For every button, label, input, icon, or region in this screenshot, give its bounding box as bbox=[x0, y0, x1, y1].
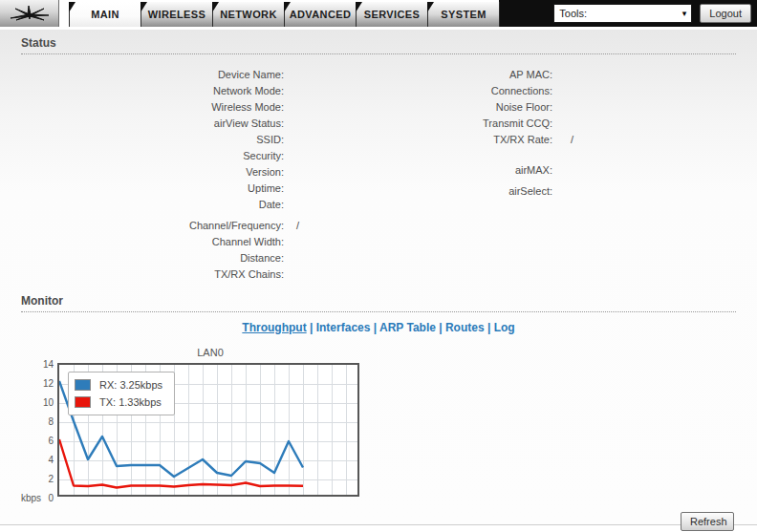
y-axis-tick: 14 bbox=[43, 359, 54, 370]
tab-label: SYSTEM bbox=[441, 9, 487, 20]
legend-swatch-tx bbox=[75, 396, 91, 408]
status-row: Date: bbox=[21, 197, 354, 213]
status-label: Distance: bbox=[21, 250, 284, 266]
tab-label: MAIN bbox=[91, 9, 119, 20]
status-row: SSID: bbox=[21, 132, 354, 148]
status-row: Channel Width: bbox=[21, 234, 354, 250]
status-label: Channel/Frequency: bbox=[21, 218, 284, 234]
legend-label: RX: 3.25kbps bbox=[99, 379, 162, 391]
status-label: Network Mode: bbox=[21, 83, 284, 99]
status-label: Device Name: bbox=[21, 67, 284, 83]
monitor-link-arp-table[interactable]: ARP Table bbox=[379, 321, 436, 334]
header-right-bar: Tools: ▾ Logout bbox=[499, 0, 757, 27]
status-row: Network Mode: bbox=[21, 83, 354, 99]
tab-network[interactable]: NETWORK bbox=[212, 2, 285, 27]
y-axis-tick: 10 bbox=[43, 397, 54, 408]
status-label: Wireless Mode: bbox=[21, 99, 284, 116]
logout-button[interactable]: Logout bbox=[700, 4, 751, 23]
link-separator: | bbox=[436, 321, 445, 334]
status-row: Security: bbox=[21, 148, 354, 164]
dropdown-arrow-icon: ▾ bbox=[682, 9, 687, 18]
status-label: AP MAC: bbox=[354, 67, 552, 83]
tab-services[interactable]: SERVICES bbox=[356, 2, 428, 27]
y-axis-tick: 8 bbox=[48, 416, 54, 427]
status-row: AP MAC: bbox=[354, 67, 736, 83]
tab-label: WIRELESS bbox=[148, 9, 206, 20]
monitor-link-throughput[interactable]: Throughput bbox=[242, 321, 306, 334]
status-row: Transmit CCQ: bbox=[354, 116, 736, 132]
status-label: Version: bbox=[21, 164, 284, 181]
status-row: Version: bbox=[21, 164, 354, 181]
status-label: airView Status: bbox=[21, 116, 284, 132]
chart-legend: RX: 3.25kbpsTX: 1.33kbps bbox=[68, 372, 175, 415]
status-label: SSID: bbox=[21, 132, 284, 148]
ubiquiti-antenna-icon bbox=[9, 4, 51, 23]
monitor-section-title: Monitor bbox=[21, 294, 736, 312]
status-right-column: AP MAC:Connections:Noise Floor:Transmit … bbox=[354, 67, 736, 283]
status-row: airSelect: bbox=[354, 183, 736, 200]
status-row: TX/RX Chains: bbox=[21, 266, 354, 283]
y-axis-unit-label: kbps bbox=[21, 493, 41, 503]
link-separator: | bbox=[370, 321, 379, 334]
main-tabs: MAINWIRELESSNETWORKADVANCEDSERVICESSYSTE… bbox=[69, 2, 499, 27]
tab-label: ADVANCED bbox=[290, 9, 352, 20]
brand-tab[interactable] bbox=[0, 0, 59, 27]
status-label: Connections: bbox=[354, 83, 552, 99]
monitor-link-log[interactable]: Log bbox=[494, 321, 515, 334]
tab-wireless[interactable]: WIRELESS bbox=[141, 2, 213, 27]
tab-label: SERVICES bbox=[364, 9, 421, 20]
tab-label: NETWORK bbox=[220, 9, 277, 20]
status-label: airSelect: bbox=[354, 183, 552, 200]
status-left-column: Device Name:Network Mode:Wireless Mode:a… bbox=[21, 67, 354, 283]
tab-gap bbox=[59, 0, 69, 27]
status-label: Channel Width: bbox=[21, 234, 284, 250]
legend-swatch-rx bbox=[75, 379, 91, 391]
tab-system[interactable]: SYSTEM bbox=[427, 2, 500, 27]
status-row: airMAX: bbox=[354, 162, 736, 179]
status-label: Transmit CCQ: bbox=[354, 116, 552, 132]
status-label: Noise Floor: bbox=[354, 99, 552, 116]
status-label: Security: bbox=[21, 148, 284, 164]
link-separator: | bbox=[307, 321, 316, 334]
chart-y-axis: 02468101214kbps bbox=[21, 363, 57, 500]
tab-advanced[interactable]: ADVANCED bbox=[284, 2, 357, 27]
y-axis-tick: 2 bbox=[48, 474, 54, 484]
status-row: Wireless Mode: bbox=[21, 99, 354, 116]
status-row: Distance: bbox=[21, 250, 354, 266]
status-row: Uptime: bbox=[21, 181, 354, 197]
status-value: / bbox=[296, 218, 299, 234]
tools-dropdown[interactable]: Tools: ▾ bbox=[553, 4, 692, 23]
status-label: airMAX: bbox=[354, 162, 552, 179]
refresh-button[interactable]: Refresh bbox=[681, 512, 734, 531]
status-label: Date: bbox=[21, 197, 284, 213]
monitor-links: Throughput | Interfaces | ARP Table | Ro… bbox=[21, 321, 736, 334]
status-row: Channel/Frequency:/ bbox=[21, 218, 354, 234]
tab-main[interactable]: MAIN bbox=[69, 2, 141, 27]
y-axis-tick: 0 bbox=[48, 493, 54, 503]
tools-dropdown-label: Tools: bbox=[559, 8, 587, 19]
y-axis-tick: 12 bbox=[43, 378, 54, 389]
legend-entry-tx: TX: 1.33kbps bbox=[75, 394, 162, 411]
status-label: TX/RX Rate: bbox=[354, 132, 552, 148]
status-fields: Device Name:Network Mode:Wireless Mode:a… bbox=[21, 67, 736, 283]
status-label: Uptime: bbox=[21, 181, 284, 197]
monitor-link-routes[interactable]: Routes bbox=[445, 321, 485, 334]
page-content: Status Device Name:Network Mode:Wireless… bbox=[0, 30, 757, 525]
throughput-chart-area: LAN0 02468101214kbps RX: 3.25kbpsTX: 1.3… bbox=[21, 347, 736, 500]
status-row: Device Name: bbox=[21, 67, 354, 83]
chart-title: LAN0 bbox=[57, 347, 363, 358]
status-row: airView Status: bbox=[21, 116, 354, 132]
status-value: / bbox=[571, 132, 573, 148]
y-axis-tick: 6 bbox=[48, 436, 54, 446]
monitor-link-interfaces[interactable]: Interfaces bbox=[316, 321, 371, 334]
status-section-title: Status bbox=[21, 36, 736, 54]
legend-entry-rx: RX: 3.25kbps bbox=[75, 376, 162, 394]
status-row: TX/RX Rate:/ bbox=[354, 132, 736, 148]
link-separator: | bbox=[485, 321, 494, 334]
top-navigation-bar: MAINWIRELESSNETWORKADVANCEDSERVICESSYSTE… bbox=[0, 0, 757, 27]
status-label: TX/RX Chains: bbox=[21, 266, 284, 283]
status-row: Noise Floor: bbox=[354, 99, 736, 116]
legend-label: TX: 1.33kbps bbox=[99, 396, 162, 408]
status-row: Connections: bbox=[354, 83, 736, 99]
y-axis-tick: 4 bbox=[48, 455, 54, 465]
